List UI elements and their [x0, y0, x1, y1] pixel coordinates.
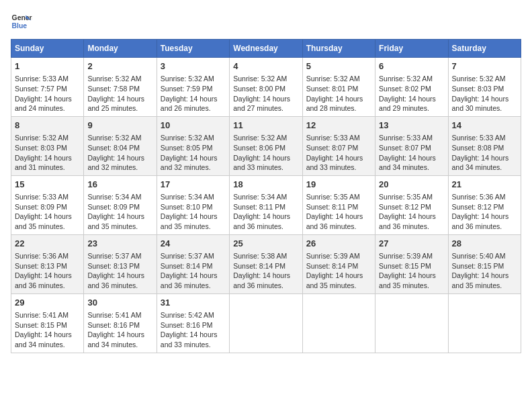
- calendar-cell: 31Sunrise: 5:42 AMSunset: 8:16 PMDayligh…: [157, 293, 229, 353]
- day-info: Sunset: 8:00 PM: [233, 84, 298, 94]
- day-number: 29: [15, 297, 80, 309]
- day-info: Sunrise: 5:41 AM: [15, 310, 80, 320]
- day-header-saturday: Saturday: [448, 40, 521, 58]
- day-info: Daylight: 14 hours: [15, 153, 80, 163]
- day-info: Sunset: 8:13 PM: [15, 261, 80, 271]
- svg-text:Blue: Blue: [12, 22, 28, 30]
- calendar-cell: 9Sunrise: 5:32 AMSunset: 8:04 PMDaylight…: [84, 116, 157, 175]
- day-number: 6: [379, 60, 444, 73]
- day-header-tuesday: Tuesday: [157, 40, 229, 58]
- calendar-cell: 12Sunrise: 5:33 AMSunset: 8:07 PMDayligh…: [302, 116, 375, 175]
- calendar-cell: 30Sunrise: 5:41 AMSunset: 8:16 PMDayligh…: [84, 293, 157, 353]
- day-info: Sunset: 8:03 PM: [452, 84, 517, 94]
- day-info: Daylight: 14 hours: [233, 94, 298, 104]
- day-info: Daylight: 14 hours: [306, 153, 371, 163]
- day-info: Sunset: 8:09 PM: [87, 202, 152, 212]
- calendar-cell: 4Sunrise: 5:32 AMSunset: 8:00 PMDaylight…: [230, 58, 302, 117]
- day-info: and 32 minutes.: [87, 163, 152, 173]
- calendar-cell: 11Sunrise: 5:32 AMSunset: 8:06 PMDayligh…: [230, 116, 302, 175]
- day-info: Daylight: 14 hours: [379, 212, 444, 222]
- day-info: and 32 minutes.: [161, 163, 226, 173]
- day-info: and 35 minutes.: [87, 222, 152, 232]
- day-number: 26: [306, 238, 371, 250]
- day-info: Sunrise: 5:32 AM: [233, 74, 298, 84]
- day-info: Daylight: 14 hours: [233, 212, 298, 222]
- calendar-cell: 16Sunrise: 5:34 AMSunset: 8:09 PMDayligh…: [84, 175, 157, 234]
- day-number: 16: [87, 179, 152, 191]
- day-header-sunday: Sunday: [11, 40, 84, 58]
- day-info: Daylight: 14 hours: [452, 153, 517, 163]
- day-number: 20: [379, 179, 444, 191]
- day-info: Daylight: 14 hours: [15, 94, 80, 104]
- day-number: 27: [379, 238, 444, 250]
- day-info: Daylight: 14 hours: [452, 212, 517, 222]
- calendar-cell: 3Sunrise: 5:32 AMSunset: 7:59 PMDaylight…: [157, 58, 229, 117]
- week-row-3: 15Sunrise: 5:33 AMSunset: 8:09 PMDayligh…: [11, 175, 521, 234]
- day-info: and 25 minutes.: [87, 103, 152, 113]
- day-info: Daylight: 14 hours: [15, 330, 80, 340]
- day-info: Daylight: 14 hours: [161, 153, 226, 163]
- day-info: Sunrise: 5:34 AM: [233, 192, 298, 202]
- day-info: Daylight: 14 hours: [87, 212, 152, 222]
- day-info: and 36 minutes.: [87, 281, 152, 291]
- day-info: and 33 minutes.: [233, 163, 298, 173]
- day-info: Daylight: 14 hours: [379, 153, 444, 163]
- day-info: and 36 minutes.: [15, 281, 80, 291]
- day-info: Sunrise: 5:34 AM: [161, 192, 226, 202]
- day-info: Sunset: 8:14 PM: [161, 261, 226, 271]
- day-info: Sunrise: 5:39 AM: [379, 251, 444, 261]
- day-info: Sunset: 8:14 PM: [233, 261, 298, 271]
- calendar-cell: 21Sunrise: 5:36 AMSunset: 8:12 PMDayligh…: [448, 175, 521, 234]
- calendar-cell: 29Sunrise: 5:41 AMSunset: 8:15 PMDayligh…: [11, 293, 84, 353]
- day-info: Sunrise: 5:32 AM: [233, 133, 298, 143]
- day-number: 25: [233, 238, 298, 250]
- day-info: Sunset: 8:11 PM: [306, 202, 371, 212]
- day-header-friday: Friday: [375, 40, 448, 58]
- day-info: Daylight: 14 hours: [15, 212, 80, 222]
- day-info: Sunset: 8:13 PM: [87, 261, 152, 271]
- calendar-cell: [302, 293, 375, 353]
- logo-icon: General Blue: [11, 11, 32, 32]
- day-info: Sunset: 8:12 PM: [379, 202, 444, 212]
- day-info: and 33 minutes.: [161, 340, 226, 350]
- day-info: Daylight: 14 hours: [15, 271, 80, 281]
- week-row-2: 8Sunrise: 5:32 AMSunset: 8:03 PMDaylight…: [11, 116, 521, 175]
- calendar-cell: 1Sunrise: 5:33 AMSunset: 7:57 PMDaylight…: [11, 58, 84, 117]
- day-info: Daylight: 14 hours: [161, 94, 226, 104]
- day-info: Sunrise: 5:33 AM: [379, 133, 444, 143]
- day-info: Sunset: 7:58 PM: [87, 84, 152, 94]
- day-info: Sunset: 8:16 PM: [87, 320, 152, 330]
- day-info: Sunset: 8:12 PM: [452, 202, 517, 212]
- day-info: Sunset: 8:02 PM: [379, 84, 444, 94]
- day-info: Sunrise: 5:32 AM: [306, 74, 371, 84]
- calendar-cell: 10Sunrise: 5:32 AMSunset: 8:05 PMDayligh…: [157, 116, 229, 175]
- day-number: 11: [233, 120, 298, 132]
- calendar-table: SundayMondayTuesdayWednesdayThursdayFrid…: [11, 39, 521, 353]
- day-info: Daylight: 14 hours: [452, 94, 517, 104]
- week-row-1: 1Sunrise: 5:33 AMSunset: 7:57 PMDaylight…: [11, 58, 521, 117]
- day-info: Daylight: 14 hours: [452, 271, 517, 281]
- day-info: Sunset: 7:59 PM: [161, 84, 226, 94]
- day-info: Daylight: 14 hours: [87, 94, 152, 104]
- calendar-cell: 5Sunrise: 5:32 AMSunset: 8:01 PMDaylight…: [302, 58, 375, 117]
- day-info: and 36 minutes.: [452, 222, 517, 232]
- calendar-cell: 27Sunrise: 5:39 AMSunset: 8:15 PMDayligh…: [375, 234, 448, 293]
- calendar-cell: 2Sunrise: 5:32 AMSunset: 7:58 PMDaylight…: [84, 58, 157, 117]
- calendar-cell: 15Sunrise: 5:33 AMSunset: 8:09 PMDayligh…: [11, 175, 84, 234]
- day-info: Sunset: 8:10 PM: [161, 202, 226, 212]
- day-info: and 35 minutes.: [15, 222, 80, 232]
- day-number: 17: [161, 179, 226, 191]
- day-info: and 26 minutes.: [161, 103, 226, 113]
- header: General Blue: [11, 11, 521, 32]
- day-info: Sunset: 8:07 PM: [379, 143, 444, 153]
- day-info: Daylight: 14 hours: [233, 153, 298, 163]
- day-info: Daylight: 14 hours: [306, 94, 371, 104]
- day-info: Sunrise: 5:32 AM: [87, 133, 152, 143]
- calendar-cell: 19Sunrise: 5:35 AMSunset: 8:11 PMDayligh…: [302, 175, 375, 234]
- day-info: Daylight: 14 hours: [233, 271, 298, 281]
- day-info: and 35 minutes.: [452, 281, 517, 291]
- calendar-cell: 6Sunrise: 5:32 AMSunset: 8:02 PMDaylight…: [375, 58, 448, 117]
- day-number: 7: [452, 60, 517, 73]
- day-info: Sunrise: 5:32 AM: [161, 74, 226, 84]
- day-info: Sunset: 7:57 PM: [15, 84, 80, 94]
